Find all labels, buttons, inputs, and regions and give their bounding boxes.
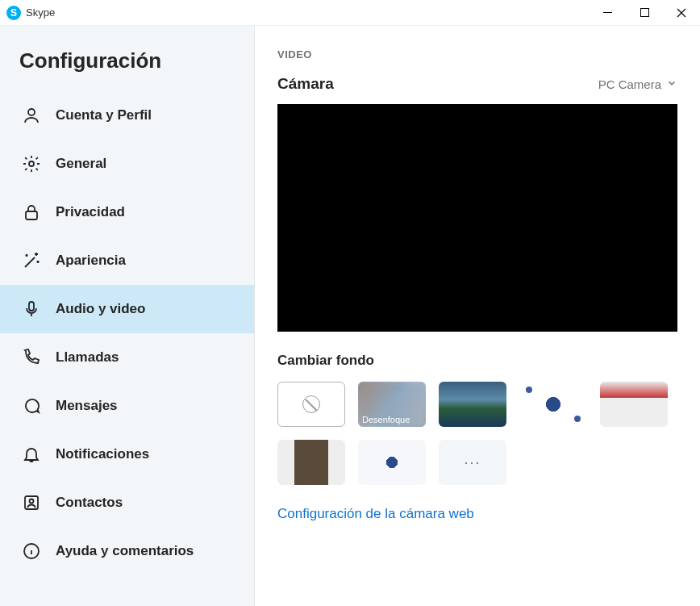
svg-rect-3 [26, 211, 37, 219]
settings-sidebar: Configuración Cuenta y Perfil General Pr… [0, 26, 255, 606]
bg-option-image-4[interactable] [277, 440, 345, 485]
sidebar-item-label: Notificaciones [56, 446, 149, 462]
skype-logo-icon: S [6, 6, 21, 20]
camera-row: Cámara PC Camera [277, 75, 677, 93]
none-icon [302, 395, 320, 413]
titlebar-left: S Skype [6, 6, 55, 20]
window-title: Skype [26, 6, 55, 19]
sidebar-item-appearance[interactable]: Apariencia [0, 236, 254, 285]
sidebar-item-calls[interactable]: Llamadas [0, 333, 254, 382]
titlebar: S Skype [0, 0, 700, 26]
phone-icon [22, 348, 41, 367]
svg-rect-4 [29, 302, 34, 311]
more-dots-icon: ··· [464, 454, 481, 471]
sidebar-item-label: Privacidad [56, 204, 125, 220]
sidebar-item-notifications[interactable]: Notificaciones [0, 430, 254, 479]
sidebar-item-help[interactable]: Ayuda y comentarios [0, 527, 254, 575]
sidebar-item-messages[interactable]: Mensajes [0, 382, 254, 430]
window-controls [589, 0, 700, 26]
minimize-button[interactable] [589, 0, 626, 26]
bg-option-image-2[interactable] [519, 382, 587, 427]
blur-caption: Desenfoque [362, 415, 410, 424]
chevron-down-icon [666, 77, 677, 91]
sidebar-item-label: Ayuda y comentarios [56, 543, 194, 559]
section-label-video: VIDEO [277, 48, 677, 61]
svg-point-2 [29, 161, 34, 166]
close-button[interactable] [663, 0, 700, 26]
sidebar-item-label: Apariencia [56, 253, 126, 269]
main-panel: VIDEO Cámara PC Camera Cambiar fondo Des… [255, 26, 700, 606]
svg-point-6 [30, 499, 34, 504]
sidebar-item-account[interactable]: Cuenta y Perfil [0, 91, 254, 140]
person-icon [22, 106, 41, 125]
camera-label: Cámara [277, 75, 334, 93]
sidebar-item-privacy[interactable]: Privacidad [0, 188, 254, 236]
gear-icon [22, 154, 41, 173]
sidebar-item-label: Mensajes [56, 398, 118, 414]
maximize-button[interactable] [626, 0, 663, 26]
sidebar-title: Configuración [0, 26, 254, 91]
bell-icon [22, 445, 41, 464]
bg-option-image-3[interactable] [600, 382, 668, 427]
svg-point-1 [28, 109, 35, 115]
change-background-label: Cambiar fondo [277, 353, 677, 369]
sidebar-item-contacts[interactable]: Contactos [0, 479, 254, 527]
webcam-settings-link[interactable]: Configuración de la cámara web [277, 506, 474, 522]
wand-icon [22, 251, 41, 270]
microphone-icon [22, 299, 41, 319]
sidebar-item-label: Audio y video [56, 301, 145, 317]
sidebar-item-label: Llamadas [56, 349, 119, 366]
sidebar-item-general[interactable]: General [0, 140, 254, 188]
svg-rect-0 [640, 9, 648, 17]
background-grid: Desenfoque ··· [277, 382, 677, 485]
sidebar-item-audio-video[interactable]: Audio y video [0, 285, 254, 333]
bg-option-image-1[interactable] [439, 382, 506, 427]
camera-dropdown[interactable]: PC Camera [598, 77, 677, 91]
sidebar-item-label: Contactos [56, 495, 123, 511]
info-icon [22, 541, 41, 561]
bg-option-none[interactable] [277, 382, 345, 427]
lock-icon [22, 203, 41, 222]
bg-option-more[interactable]: ··· [439, 440, 506, 485]
chat-icon [22, 396, 41, 416]
bg-option-image-5[interactable] [358, 440, 426, 485]
sidebar-item-label: Cuenta y Perfil [56, 107, 152, 123]
contacts-icon [22, 493, 41, 512]
bg-option-blur[interactable]: Desenfoque [358, 382, 426, 427]
camera-selected-value: PC Camera [598, 77, 661, 91]
sidebar-item-label: General [56, 156, 106, 172]
camera-preview [277, 104, 677, 332]
